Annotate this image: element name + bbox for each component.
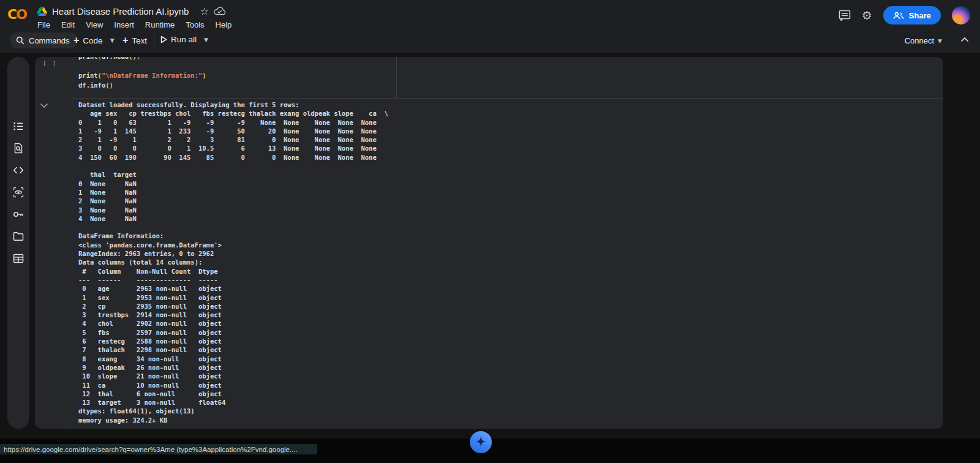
people-icon [893, 12, 904, 20]
add-code-label: Code [83, 36, 102, 45]
toolbar-divider [154, 34, 154, 47]
plus-icon: + [123, 35, 128, 46]
commands-button[interactable]: Commands [10, 32, 78, 48]
files-folder-icon[interactable] [13, 231, 24, 242]
table-of-contents-icon[interactable] [13, 121, 24, 132]
chevron-down-icon[interactable]: ▼ [204, 37, 208, 43]
cloud-saved-icon[interactable] [214, 7, 225, 15]
code-snippets-icon[interactable] [13, 165, 24, 176]
menu-help[interactable]: Help [210, 19, 238, 31]
chevron-down-icon: ▼ [938, 38, 942, 44]
status-url: https://drive.google.com/drive/search?q=… [4, 446, 298, 453]
play-icon [160, 36, 167, 43]
gutter-divider [72, 57, 72, 429]
menu-bar: File Edit View Insert Runtime Tools Help [32, 19, 237, 31]
star-icon[interactable]: ☆ [200, 6, 208, 17]
run-all-button[interactable]: Run all ▼ [160, 35, 208, 44]
code-cell: [ ] print(df.head()) print("\nDataFrame … [35, 57, 943, 429]
logo-letter-c: C [7, 7, 16, 22]
menu-view[interactable]: View [80, 19, 108, 31]
secrets-key-icon[interactable] [13, 209, 24, 220]
left-sidebar [7, 57, 29, 429]
code-output-divider [72, 98, 943, 99]
avatar[interactable] [952, 6, 970, 24]
data-table-icon[interactable] [13, 253, 24, 264]
add-code-button[interactable]: + Code ▼ [74, 35, 115, 46]
cell-output: Dataset loaded successfully. Displaying … [78, 100, 388, 424]
menu-edit[interactable]: Edit [56, 19, 80, 31]
header: CO Heart Disease Prediction AI.ipynb ☆ [0, 0, 980, 53]
logo-letter-o: O [16, 7, 26, 22]
code-editor[interactable]: print(df.head()) print("\nDataFrame Info… [78, 57, 206, 90]
search-icon [16, 36, 24, 45]
plus-icon: + [74, 35, 79, 46]
settings-gear-icon[interactable]: ⚙ [862, 9, 872, 22]
commands-label: Commands [29, 36, 69, 45]
menu-file[interactable]: File [32, 19, 56, 31]
comment-icon[interactable] [839, 10, 851, 21]
colab-window: CO Heart Disease Prediction AI.ipynb ☆ [0, 0, 980, 463]
status-bar: https://drive.google.com/drive/search?q=… [0, 444, 317, 454]
editor-ruler [396, 57, 397, 98]
variable-inspector-icon[interactable] [13, 187, 24, 198]
share-label: Share [909, 11, 931, 20]
menu-runtime[interactable]: Runtime [140, 19, 180, 31]
colab-logo-icon[interactable]: CO [7, 5, 32, 24]
add-text-label: Text [132, 36, 147, 45]
menu-tools[interactable]: Tools [180, 19, 209, 31]
drive-icon [37, 7, 47, 16]
connect-label: Connect [905, 36, 934, 45]
chevron-down-icon[interactable]: ▼ [110, 37, 115, 43]
add-text-button[interactable]: + Text [123, 35, 147, 46]
header-actions: ⚙ Share [839, 6, 970, 24]
collapse-header-icon[interactable] [960, 37, 969, 42]
find-and-replace-icon[interactable] [13, 143, 24, 154]
notebook-title[interactable]: Heart Disease Prediction AI.ipynb [52, 6, 189, 17]
menu-insert[interactable]: Insert [108, 19, 140, 31]
share-button[interactable]: Share [883, 6, 941, 24]
connect-button[interactable]: Connect ▼ [905, 36, 942, 45]
run-cell-button[interactable]: [ ] [39, 59, 61, 67]
run-all-label: Run all [171, 35, 197, 44]
collapse-output-icon[interactable] [40, 100, 50, 110]
title-row: Heart Disease Prediction AI.ipynb ☆ [37, 4, 225, 18]
gemini-sparkle-button[interactable] [470, 431, 492, 453]
